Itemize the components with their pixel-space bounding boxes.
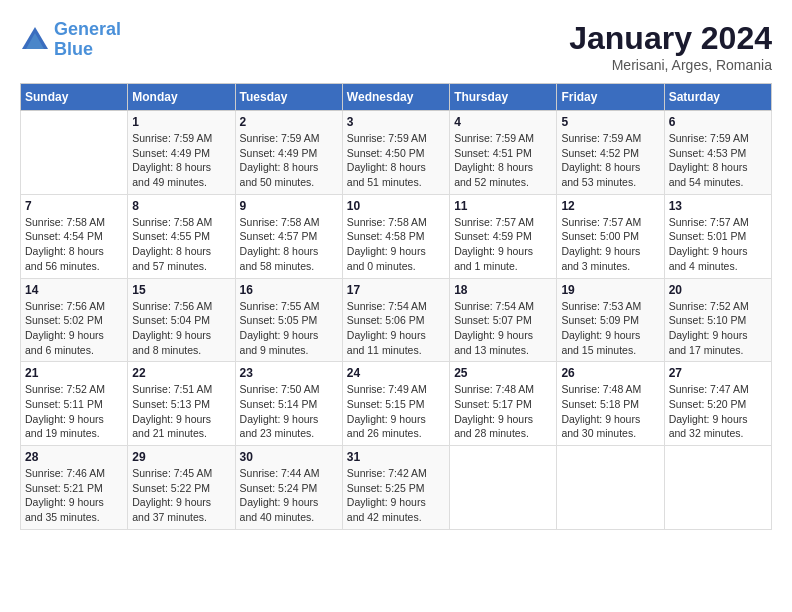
calendar-cell <box>450 446 557 530</box>
day-number: 19 <box>561 283 659 297</box>
day-number: 6 <box>669 115 767 129</box>
location-subtitle: Merisani, Arges, Romania <box>569 57 772 73</box>
logo-line1: General <box>54 19 121 39</box>
day-info: Sunrise: 7:57 AMSunset: 5:01 PMDaylight:… <box>669 215 767 274</box>
day-number: 8 <box>132 199 230 213</box>
day-info: Sunrise: 7:59 AMSunset: 4:49 PMDaylight:… <box>240 131 338 190</box>
calendar-cell: 18Sunrise: 7:54 AMSunset: 5:07 PMDayligh… <box>450 278 557 362</box>
day-info: Sunrise: 7:48 AMSunset: 5:17 PMDaylight:… <box>454 382 552 441</box>
day-info: Sunrise: 7:59 AMSunset: 4:53 PMDaylight:… <box>669 131 767 190</box>
calendar-cell: 13Sunrise: 7:57 AMSunset: 5:01 PMDayligh… <box>664 194 771 278</box>
day-number: 10 <box>347 199 445 213</box>
day-info: Sunrise: 7:46 AMSunset: 5:21 PMDaylight:… <box>25 466 123 525</box>
logo-text: General Blue <box>54 20 121 60</box>
day-number: 30 <box>240 450 338 464</box>
day-info: Sunrise: 7:51 AMSunset: 5:13 PMDaylight:… <box>132 382 230 441</box>
day-number: 7 <box>25 199 123 213</box>
day-info: Sunrise: 7:58 AMSunset: 4:54 PMDaylight:… <box>25 215 123 274</box>
weekday-header: Saturday <box>664 84 771 111</box>
calendar-cell: 21Sunrise: 7:52 AMSunset: 5:11 PMDayligh… <box>21 362 128 446</box>
day-number: 4 <box>454 115 552 129</box>
calendar-cell: 23Sunrise: 7:50 AMSunset: 5:14 PMDayligh… <box>235 362 342 446</box>
calendar-cell: 12Sunrise: 7:57 AMSunset: 5:00 PMDayligh… <box>557 194 664 278</box>
day-number: 22 <box>132 366 230 380</box>
calendar-cell: 11Sunrise: 7:57 AMSunset: 4:59 PMDayligh… <box>450 194 557 278</box>
calendar-cell: 20Sunrise: 7:52 AMSunset: 5:10 PMDayligh… <box>664 278 771 362</box>
day-info: Sunrise: 7:45 AMSunset: 5:22 PMDaylight:… <box>132 466 230 525</box>
day-number: 1 <box>132 115 230 129</box>
day-info: Sunrise: 7:54 AMSunset: 5:06 PMDaylight:… <box>347 299 445 358</box>
calendar-cell: 26Sunrise: 7:48 AMSunset: 5:18 PMDayligh… <box>557 362 664 446</box>
calendar-table: SundayMondayTuesdayWednesdayThursdayFrid… <box>20 83 772 530</box>
calendar-cell: 10Sunrise: 7:58 AMSunset: 4:58 PMDayligh… <box>342 194 449 278</box>
weekday-header: Tuesday <box>235 84 342 111</box>
day-number: 23 <box>240 366 338 380</box>
day-number: 15 <box>132 283 230 297</box>
calendar-cell: 9Sunrise: 7:58 AMSunset: 4:57 PMDaylight… <box>235 194 342 278</box>
calendar-cell <box>21 111 128 195</box>
day-info: Sunrise: 7:42 AMSunset: 5:25 PMDaylight:… <box>347 466 445 525</box>
day-number: 18 <box>454 283 552 297</box>
calendar-cell: 15Sunrise: 7:56 AMSunset: 5:04 PMDayligh… <box>128 278 235 362</box>
day-info: Sunrise: 7:44 AMSunset: 5:24 PMDaylight:… <box>240 466 338 525</box>
day-info: Sunrise: 7:50 AMSunset: 5:14 PMDaylight:… <box>240 382 338 441</box>
title-block: January 2024 Merisani, Arges, Romania <box>569 20 772 73</box>
day-number: 31 <box>347 450 445 464</box>
day-number: 11 <box>454 199 552 213</box>
calendar-cell: 5Sunrise: 7:59 AMSunset: 4:52 PMDaylight… <box>557 111 664 195</box>
day-info: Sunrise: 7:59 AMSunset: 4:49 PMDaylight:… <box>132 131 230 190</box>
calendar-cell: 24Sunrise: 7:49 AMSunset: 5:15 PMDayligh… <box>342 362 449 446</box>
day-info: Sunrise: 7:56 AMSunset: 5:04 PMDaylight:… <box>132 299 230 358</box>
day-info: Sunrise: 7:52 AMSunset: 5:11 PMDaylight:… <box>25 382 123 441</box>
day-number: 27 <box>669 366 767 380</box>
calendar-cell: 22Sunrise: 7:51 AMSunset: 5:13 PMDayligh… <box>128 362 235 446</box>
day-info: Sunrise: 7:58 AMSunset: 4:57 PMDaylight:… <box>240 215 338 274</box>
calendar-cell: 8Sunrise: 7:58 AMSunset: 4:55 PMDaylight… <box>128 194 235 278</box>
calendar-cell: 17Sunrise: 7:54 AMSunset: 5:06 PMDayligh… <box>342 278 449 362</box>
day-number: 12 <box>561 199 659 213</box>
day-info: Sunrise: 7:56 AMSunset: 5:02 PMDaylight:… <box>25 299 123 358</box>
calendar-week-row: 14Sunrise: 7:56 AMSunset: 5:02 PMDayligh… <box>21 278 772 362</box>
weekday-header: Thursday <box>450 84 557 111</box>
calendar-cell <box>664 446 771 530</box>
day-info: Sunrise: 7:58 AMSunset: 4:55 PMDaylight:… <box>132 215 230 274</box>
calendar-cell: 25Sunrise: 7:48 AMSunset: 5:17 PMDayligh… <box>450 362 557 446</box>
calendar-cell: 16Sunrise: 7:55 AMSunset: 5:05 PMDayligh… <box>235 278 342 362</box>
calendar-cell: 29Sunrise: 7:45 AMSunset: 5:22 PMDayligh… <box>128 446 235 530</box>
weekday-header-row: SundayMondayTuesdayWednesdayThursdayFrid… <box>21 84 772 111</box>
weekday-header: Monday <box>128 84 235 111</box>
day-number: 13 <box>669 199 767 213</box>
calendar-cell: 31Sunrise: 7:42 AMSunset: 5:25 PMDayligh… <box>342 446 449 530</box>
calendar-week-row: 21Sunrise: 7:52 AMSunset: 5:11 PMDayligh… <box>21 362 772 446</box>
calendar-cell: 14Sunrise: 7:56 AMSunset: 5:02 PMDayligh… <box>21 278 128 362</box>
day-number: 20 <box>669 283 767 297</box>
calendar-cell: 1Sunrise: 7:59 AMSunset: 4:49 PMDaylight… <box>128 111 235 195</box>
calendar-week-row: 28Sunrise: 7:46 AMSunset: 5:21 PMDayligh… <box>21 446 772 530</box>
day-info: Sunrise: 7:55 AMSunset: 5:05 PMDaylight:… <box>240 299 338 358</box>
day-number: 16 <box>240 283 338 297</box>
calendar-cell: 30Sunrise: 7:44 AMSunset: 5:24 PMDayligh… <box>235 446 342 530</box>
day-number: 5 <box>561 115 659 129</box>
calendar-cell <box>557 446 664 530</box>
day-number: 14 <box>25 283 123 297</box>
day-info: Sunrise: 7:59 AMSunset: 4:52 PMDaylight:… <box>561 131 659 190</box>
day-number: 17 <box>347 283 445 297</box>
day-number: 26 <box>561 366 659 380</box>
day-info: Sunrise: 7:47 AMSunset: 5:20 PMDaylight:… <box>669 382 767 441</box>
day-number: 28 <box>25 450 123 464</box>
calendar-cell: 27Sunrise: 7:47 AMSunset: 5:20 PMDayligh… <box>664 362 771 446</box>
day-number: 24 <box>347 366 445 380</box>
page-header: General Blue January 2024 Merisani, Arge… <box>20 20 772 73</box>
day-number: 29 <box>132 450 230 464</box>
day-info: Sunrise: 7:57 AMSunset: 5:00 PMDaylight:… <box>561 215 659 274</box>
day-info: Sunrise: 7:59 AMSunset: 4:50 PMDaylight:… <box>347 131 445 190</box>
month-title: January 2024 <box>569 20 772 57</box>
day-info: Sunrise: 7:48 AMSunset: 5:18 PMDaylight:… <box>561 382 659 441</box>
logo: General Blue <box>20 20 121 60</box>
day-number: 3 <box>347 115 445 129</box>
day-number: 21 <box>25 366 123 380</box>
day-info: Sunrise: 7:54 AMSunset: 5:07 PMDaylight:… <box>454 299 552 358</box>
day-info: Sunrise: 7:58 AMSunset: 4:58 PMDaylight:… <box>347 215 445 274</box>
calendar-cell: 7Sunrise: 7:58 AMSunset: 4:54 PMDaylight… <box>21 194 128 278</box>
calendar-cell: 4Sunrise: 7:59 AMSunset: 4:51 PMDaylight… <box>450 111 557 195</box>
